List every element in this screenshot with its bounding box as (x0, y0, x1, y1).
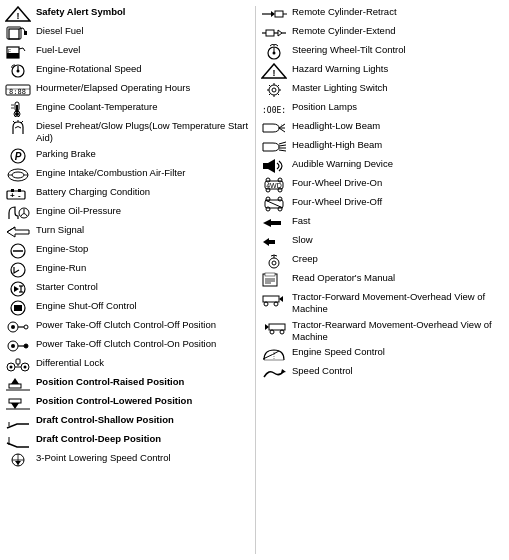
svg-marker-67 (11, 378, 19, 384)
list-item: Engine-Rotational Speed (4, 63, 251, 79)
creep-label: Creep (292, 253, 505, 265)
glow-plug-icon (4, 120, 32, 136)
svg-line-108 (279, 150, 286, 151)
svg-rect-2 (9, 29, 19, 39)
svg-marker-76 (271, 11, 275, 17)
list-item: Draft Control-Shallow Position (4, 414, 251, 430)
pos-raised-label: Position Control-Raised Position (36, 376, 251, 388)
diff-lock-label: Differential Lock (36, 357, 251, 369)
list-item: Tractor-Forward Movement-Overhead View o… (260, 291, 505, 316)
svg-line-97 (277, 85, 279, 87)
list-item: Diesel Preheat/Glow Plugs(Low Temperatur… (4, 120, 251, 145)
list-item: ! Safety Alert Symbol (4, 6, 251, 22)
steering-tilt-label: Steering Wheel-Tilt Control (292, 44, 505, 56)
svg-marker-138 (265, 324, 269, 330)
slow-icon (260, 234, 288, 250)
list-item: Engine Speed Control (260, 346, 505, 362)
list-item: Position Control-Raised Position (4, 376, 251, 392)
svg-point-55 (11, 344, 15, 348)
headlight-low-icon (260, 120, 288, 136)
turn-signal-label: Turn Signal (36, 224, 251, 236)
list-item: Remote Cylinder-Retract (260, 6, 505, 22)
pto-on-label: Power Take-Off Clutch Control-On Positio… (36, 338, 251, 350)
svg-point-22 (15, 112, 19, 116)
svg-line-10 (23, 48, 25, 51)
draft-shallow-label: Draft Control-Shallow Position (36, 414, 251, 426)
list-item: 4WD Four-Wheel Drive-On (260, 177, 505, 193)
hourmeter-label: Hourmeter/Elapsed Operating Hours (36, 82, 251, 94)
creep-icon (260, 253, 288, 269)
list-item: Audible Warning Device (260, 158, 505, 174)
headlight-high-icon (260, 139, 288, 155)
manual-icon (260, 272, 288, 288)
pos-lamps-icon: :O0E: (260, 101, 288, 117)
fast-icon (260, 215, 288, 231)
list-item: P Parking Brake (4, 148, 251, 164)
svg-rect-77 (275, 11, 283, 17)
cyl-extend-icon (260, 25, 288, 41)
right-column: Remote Cylinder-Retract Remote Cylinder-… (255, 6, 505, 554)
cyl-retract-label: Remote Cylinder-Retract (292, 6, 505, 18)
list-item: Slow (260, 234, 505, 250)
diesel-fuel-label: Diesel Fuel (36, 25, 251, 37)
svg-rect-49 (14, 305, 22, 311)
svg-line-105 (279, 142, 286, 144)
svg-marker-82 (278, 30, 282, 36)
svg-text::O0E:: :O0E: (262, 106, 286, 115)
list-item: Engine-Stop (4, 243, 251, 259)
svg-rect-109 (263, 163, 268, 169)
svg-rect-63 (16, 359, 20, 364)
tractor-rwd-label: Tractor-Rearward Movement-Overhead View … (292, 319, 505, 344)
svg-text:!: ! (272, 68, 275, 78)
svg-point-136 (270, 330, 274, 334)
air-filter-label: Engine Intake/Combustion Air-Filter (36, 167, 251, 179)
svg-point-59 (10, 365, 13, 368)
engine-shutoff-label: Engine Shut-Off Control (36, 300, 251, 312)
svg-rect-127 (265, 273, 275, 276)
svg-point-91 (272, 88, 276, 92)
list-item: Steering Wheel-Tilt Control (260, 44, 505, 60)
svg-line-103 (279, 128, 285, 132)
list-item: Creep (260, 253, 505, 269)
speed-control-label: Speed Control (292, 365, 505, 377)
turn-signal-icon (4, 224, 32, 240)
svg-point-137 (280, 330, 284, 334)
glow-plug-label: Diesel Preheat/Glow Plugs(Low Temperatur… (36, 120, 251, 145)
list-item: Tractor-Rearward Movement-Overhead View … (260, 319, 505, 344)
list-item: :O0E: Position Lamps (260, 101, 505, 117)
list-item: Fast (260, 215, 505, 231)
left-column: ! Safety Alert Symbol Diesel Fuel (4, 6, 255, 554)
draft-deep-icon (4, 433, 32, 449)
list-item: + - Battery Charging Condition (4, 186, 251, 202)
headlight-low-label: Headlight-Low Beam (292, 120, 505, 132)
pos-lamps-label: Position Lamps (292, 101, 505, 113)
svg-point-124 (272, 261, 276, 265)
svg-text:!: ! (17, 11, 20, 21)
coolant-temp-icon (4, 101, 32, 117)
pto-off-icon (4, 319, 32, 335)
svg-rect-131 (263, 296, 279, 302)
engine-stop-label: Engine-Stop (36, 243, 251, 255)
svg-text:+: + (10, 191, 15, 200)
list-item: F E Fuel-Level (4, 44, 251, 60)
svg-rect-135 (269, 324, 285, 330)
parking-brake-label: Parking Brake (36, 148, 251, 160)
list-item: 8:88 Hourmeter/Elapsed Operating Hours (4, 82, 251, 98)
engine-shutoff-icon (4, 300, 32, 316)
svg-line-5 (23, 28, 25, 31)
safety-alert-icon: ! (4, 6, 32, 22)
svg-rect-66 (9, 384, 21, 388)
hourmeter-icon: 8:88 (4, 82, 32, 98)
list-item: Four-Wheel Drive-Off (260, 196, 505, 212)
parking-brake-icon: P (4, 148, 32, 164)
fast-label: Fast (292, 215, 505, 227)
svg-rect-69 (9, 399, 21, 403)
tractor-fwd-label: Tractor-Forward Movement-Overhead View o… (292, 291, 505, 316)
list-item: Draft Control-Deep Position (4, 433, 251, 449)
engine-speed-icon (260, 346, 288, 362)
pos-lowered-icon (4, 395, 32, 411)
engine-speed-label: Engine Speed Control (292, 346, 505, 358)
svg-rect-6 (24, 31, 27, 35)
list-item: Headlight-High Beam (260, 139, 505, 155)
svg-line-27 (21, 121, 23, 123)
